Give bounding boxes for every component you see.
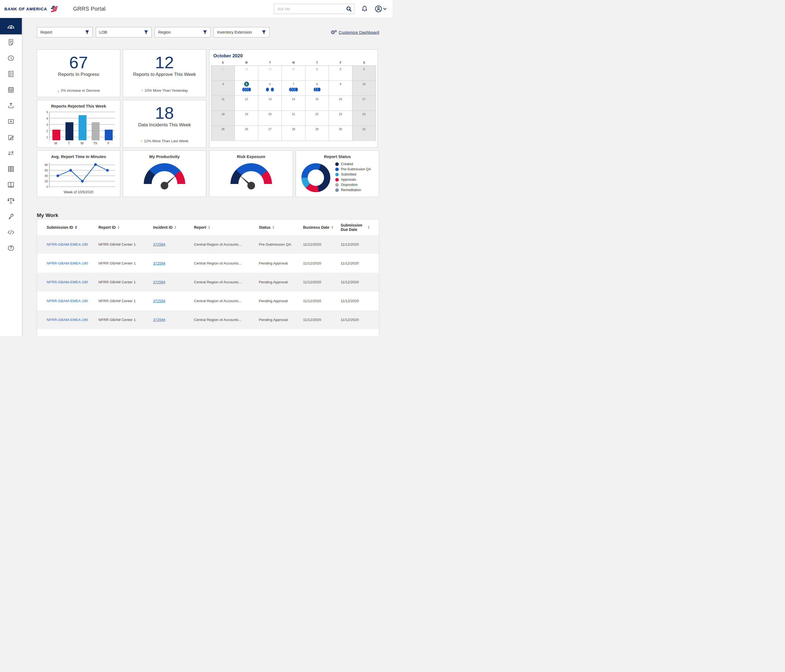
sidebar-item-reports[interactable] [0,34,22,50]
incident-id-link[interactable]: 372594 [153,280,165,284]
sidebar-item-dashboard[interactable] [0,18,22,34]
submission-id-link[interactable]: NFRR-GBAM-EMEA-190 [47,318,88,322]
calendar-day-cell[interactable]: 26 [235,126,258,141]
sidebar-item-create-new[interactable] [0,114,22,129]
sidebar-item-history[interactable] [0,50,22,66]
bar-x-label: T [65,141,73,145]
calendar-day-cell[interactable]: 25 [211,126,235,141]
column-header-submission-due-date[interactable]: Submission Due Date▲▼ [341,223,379,232]
submission-id-link[interactable]: NFRR-GBAM-EMEA-190 [47,299,88,303]
calendar-day-cell[interactable]: 30 [329,126,352,141]
sidebar-item-upload[interactable] [0,98,22,114]
filter-inventory-extension[interactable]: Inventory Extension [214,27,269,38]
legend-item: Remeditation [335,188,371,192]
calendar-day-cell[interactable]: 31 [352,126,376,141]
calendar-day-cell[interactable]: 3 [352,66,376,81]
sort-arrows-icon[interactable]: ▲▼ [272,226,275,229]
search-input[interactable] [277,7,346,11]
submission-id-link[interactable]: NFRR-GBAM-EMEA-190 [47,261,88,265]
bar-W [78,115,86,140]
calendar-day-cell[interactable]: 8 [305,81,329,96]
table-row: NFRR-GBAM-EMEA-190NFRR GBAM Center 13725… [37,254,379,273]
sidebar-item-access-key[interactable] [0,208,22,224]
calendar-day-cell[interactable]: 16 [329,96,352,111]
bar-chart-x-labels: MTWThF [49,141,115,145]
column-header-report-id[interactable]: Report ID▲▼ [99,225,153,230]
sidebar-item-help[interactable] [0,240,22,256]
sidebar-item-library[interactable] [0,177,22,193]
column-header-status[interactable]: Status▲▼ [259,225,303,230]
report-status-legend: CreatedPre-Submission QASubmittedApprova… [335,162,371,193]
calendar-day-cell[interactable]: 27 [258,126,282,141]
calendar-day-cell[interactable]: 11 [211,96,235,111]
column-label: Submission Due Date [341,223,366,232]
submission-id-link[interactable]: NFRR-GBAM-EMEA-190 [47,242,88,246]
calendar-day-cell[interactable]: 29 [258,66,282,81]
cell: Central Region of Accounts... [194,318,259,322]
calendar-day-cell[interactable]: 21 [282,111,305,126]
incident-id-link[interactable]: 372594 [153,242,165,246]
legend-item: Pre-Submission QA [335,167,371,171]
calendar-day-cell[interactable]: 28 [282,126,305,141]
column-header-submission-id[interactable]: Submission ID▲▼ [47,225,99,230]
filter-report[interactable]: Report [37,27,93,38]
sidebar-item-checklist[interactable] [0,66,22,82]
sort-arrows-icon[interactable]: ▲▼ [174,226,177,229]
calendar-day-cell[interactable]: 14 [282,96,305,111]
search-icon[interactable] [346,6,352,12]
calendar-day-cell[interactable]: 18 [211,111,235,126]
calendar-day-cell[interactable]: 22 [305,111,329,126]
calendar-day-cell[interactable]: 19 [235,111,258,126]
notifications-bell-icon[interactable] [361,5,367,12]
calendar-day-cell[interactable]: 2 [329,66,352,81]
customize-dashboard-button[interactable]: ⚙⚙ Customize Dashboard [331,30,379,35]
incident-id-link[interactable]: 372594 [153,318,165,322]
calendar-day-cell[interactable]: 24 [352,111,376,126]
calendar-event-dot [266,87,269,92]
calendar-day-cell[interactable]: 13 [258,96,282,111]
calendar-day-cell[interactable]: 5 [235,81,258,96]
filter-region[interactable]: Region [155,27,211,38]
sidebar-item-code[interactable] [0,224,22,240]
calendar-day-cell[interactable]: 6 [258,81,282,96]
sort-arrows-icon[interactable]: ▲▼ [367,226,370,229]
sidebar-item-data-table[interactable] [0,161,22,177]
incident-id-link[interactable]: 372594 [153,299,165,303]
calendar-day-cell[interactable]: 29 [305,126,329,141]
submission-id-link[interactable]: NFRR-GBAM-EMEA-190 [47,280,88,284]
productivity-gauge [144,163,185,192]
calendar-day-cell[interactable]: 30 [282,66,305,81]
calendar-day-cell[interactable]: 23 [329,111,352,126]
add-box-icon [7,118,14,125]
column-header-business-date[interactable]: Business Date▲▼ [303,225,341,230]
sidebar-item-compliance[interactable] [0,193,22,208]
sidebar-item-calendar[interactable] [0,82,22,98]
sidebar-item-transfer[interactable] [0,145,22,161]
calendar-day-cell[interactable]: 12 [235,96,258,111]
kpi-card-data-incidents: 18 Data Incidents This Week ↑ 12% More T… [123,100,206,148]
column-header-report[interactable]: Report▲▼ [194,225,259,230]
calendar-day-number: 22 [314,112,319,117]
calendar-day-cell[interactable]: 20 [258,111,282,126]
calendar-day-cell[interactable]: 17 [352,96,376,111]
calendar-day-cell[interactable]: 4 [211,81,235,96]
user-account-menu[interactable] [375,5,386,13]
calendar-day-cell[interactable]: 28 [235,66,258,81]
calendar-day-cell[interactable]: 10 [352,81,376,96]
sort-arrows-icon[interactable]: ▲▼ [208,226,210,229]
calendar-day-cell[interactable]: 1 [305,66,329,81]
calendar-day-cell[interactable]: 15 [305,96,329,111]
sort-arrows-icon[interactable]: ▲▼ [117,226,120,229]
incident-id-link[interactable]: 372594 [153,261,165,265]
filter-lob[interactable]: LOB [96,27,152,38]
bofa-logo-text: BANK OF AMERICA [5,6,47,11]
calendar-day-cell[interactable]: 27 [211,66,235,81]
sort-arrows-icon[interactable]: ▲▼ [331,226,333,229]
sort-arrows-icon[interactable]: ▲▼ [75,226,77,229]
calendar-day-cell[interactable]: 7 [282,81,305,96]
sidebar-item-edit[interactable] [0,129,22,145]
column-header-incident-id[interactable]: Incident ID▲▼ [153,225,194,230]
calendar-day-headers: SMTWTFS [210,61,377,66]
calendar-day-cell[interactable]: 9 [329,81,352,96]
customize-dashboard-link[interactable]: Customize Dashboard [339,30,379,34]
